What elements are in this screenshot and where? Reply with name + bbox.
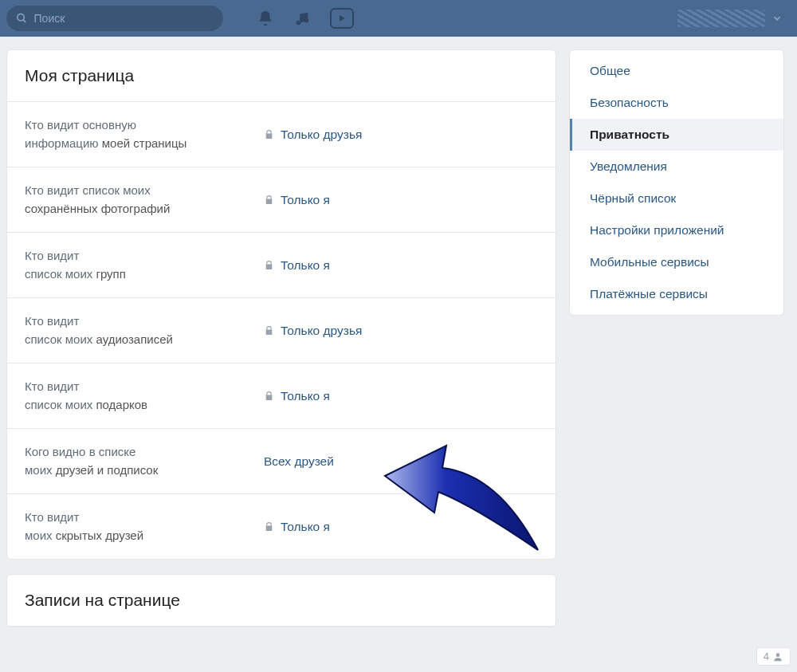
video-icon[interactable] xyxy=(330,8,354,29)
row-value-selector[interactable]: Только я xyxy=(264,520,330,534)
lock-icon xyxy=(264,195,274,205)
lock-icon xyxy=(264,129,274,140)
profile-menu[interactable] xyxy=(677,10,791,27)
search-field[interactable] xyxy=(6,6,223,31)
svg-point-0 xyxy=(18,14,24,21)
row-label: Кого видно в спискемоих друзей и подписо… xyxy=(25,443,264,479)
sidebar-item[interactable]: Настройки приложений xyxy=(570,214,783,246)
lock-icon xyxy=(264,260,274,270)
privacy-row: Кто видитсписок моих группТолько я xyxy=(7,233,556,298)
sidebar-item[interactable]: Приватность xyxy=(570,119,783,151)
person-icon xyxy=(772,651,783,662)
sidebar-item[interactable]: Общее xyxy=(570,55,783,87)
row-label: Кто видит список моихсохранённых фотогра… xyxy=(25,182,264,218)
svg-point-4 xyxy=(776,653,780,657)
row-value-text: Только друзья xyxy=(281,128,362,142)
row-value-text: Только я xyxy=(281,389,330,403)
search-icon xyxy=(16,12,28,25)
row-value-selector[interactable]: Всех друзей xyxy=(264,454,334,469)
top-navbar xyxy=(0,0,797,37)
row-value-selector[interactable]: Только я xyxy=(264,389,330,403)
footer-counter[interactable]: 4 xyxy=(756,647,791,666)
privacy-row: Кто видит список моихсохранённых фотогра… xyxy=(7,167,556,233)
section-wall-posts: Записи на странице xyxy=(6,574,556,627)
row-value-selector[interactable]: Только я xyxy=(264,258,330,273)
row-value-selector[interactable]: Только я xyxy=(264,193,330,207)
row-value-text: Только друзья xyxy=(281,324,362,338)
svg-line-1 xyxy=(23,20,26,22)
sidebar-item[interactable]: Безопасность xyxy=(570,87,783,119)
row-label: Кто видит основнуюинформацию моей страни… xyxy=(25,116,264,152)
play-icon xyxy=(337,14,347,23)
lock-icon xyxy=(264,325,274,336)
chevron-down-icon xyxy=(771,13,783,24)
lock-icon xyxy=(264,521,274,532)
topbar-icon-group xyxy=(257,8,354,29)
row-label: Кто видитмоих скрытых друзей xyxy=(25,509,264,544)
lock-icon xyxy=(264,391,274,401)
svg-point-2 xyxy=(296,21,301,26)
privacy-row: Кто видит основнуюинформацию моей страни… xyxy=(7,102,556,167)
counter-value: 4 xyxy=(764,650,769,662)
profile-name-redacted xyxy=(677,10,765,27)
privacy-row: Кого видно в спискемоих друзей и подписо… xyxy=(7,429,556,494)
privacy-row: Кто видитсписок моих аудиозаписейТолько … xyxy=(7,298,556,364)
row-label: Кто видитсписок моих аудиозаписей xyxy=(25,312,264,348)
sidebar-item[interactable]: Мобильные сервисы xyxy=(570,246,783,278)
row-value-text: Только я xyxy=(281,258,330,273)
row-value-text: Только я xyxy=(281,520,330,534)
sidebar-item[interactable]: Уведомления xyxy=(570,151,783,183)
search-input[interactable] xyxy=(34,12,214,25)
section-title: Записи на странице xyxy=(7,575,556,627)
bell-icon[interactable] xyxy=(257,10,274,27)
music-icon[interactable] xyxy=(293,10,311,27)
row-value-text: Только я xyxy=(281,193,330,207)
svg-point-3 xyxy=(304,18,309,23)
row-label: Кто видитсписок моих подарков xyxy=(25,378,264,414)
row-label: Кто видитсписок моих групп xyxy=(25,247,264,283)
settings-sidebar: ОбщееБезопасностьПриватностьУведомленияЧ… xyxy=(569,49,784,316)
row-value-text: Всех друзей xyxy=(264,454,334,469)
sidebar-item[interactable]: Чёрный список xyxy=(570,183,783,214)
privacy-row: Кто видитмоих скрытых друзейТолько я xyxy=(7,494,556,559)
privacy-row: Кто видитсписок моих подарковТолько я xyxy=(7,364,556,429)
row-value-selector[interactable]: Только друзья xyxy=(264,128,362,142)
section-title: Моя страница xyxy=(7,50,556,102)
row-value-selector[interactable]: Только друзья xyxy=(264,324,362,338)
sidebar-item[interactable]: Платёжные сервисы xyxy=(570,278,783,310)
section-my-page: Моя страница Кто видит основнуюинформаци… xyxy=(6,49,556,560)
